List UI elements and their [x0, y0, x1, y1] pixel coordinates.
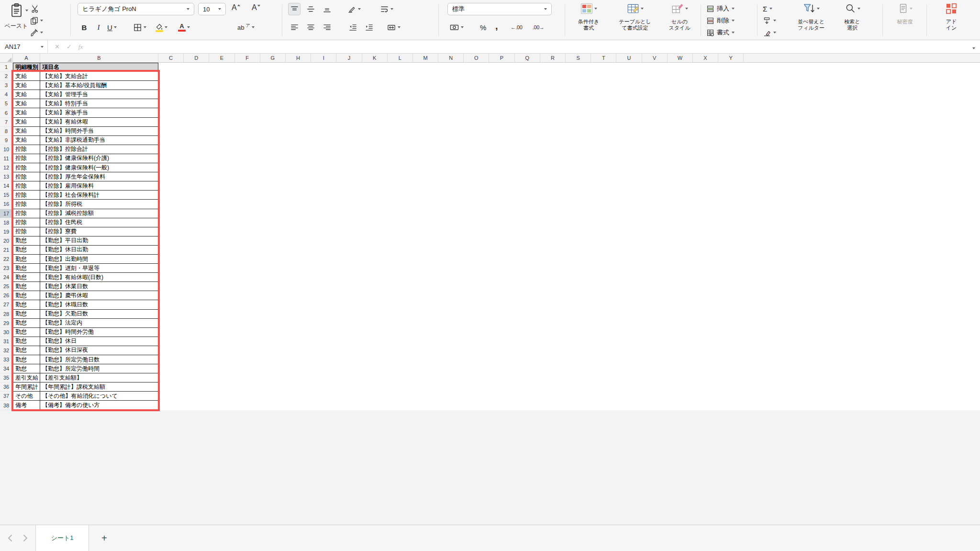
align-bottom-button[interactable]: [321, 3, 333, 15]
cell-B4[interactable]: 【支給】管理手当: [40, 90, 158, 99]
prev-sheet-arrow-icon[interactable]: [8, 534, 12, 542]
increase-decimal-button[interactable]: ←.00: [511, 22, 522, 33]
cell-B10[interactable]: 【控除】控除合計: [40, 145, 158, 154]
cell-A32[interactable]: 勤怠: [13, 346, 40, 355]
column-header-Y[interactable]: Y: [718, 54, 744, 62]
font-size-combo[interactable]: 10: [198, 3, 226, 15]
merge-center-button[interactable]: [386, 22, 401, 33]
cell-B1[interactable]: 項目名: [40, 63, 158, 72]
name-box[interactable]: AN17: [0, 40, 48, 54]
row-header-24[interactable]: 24: [0, 273, 13, 282]
decrease-indent-button[interactable]: [346, 21, 359, 34]
cell-B31[interactable]: 【勤怠】休日: [40, 337, 158, 346]
cell-A34[interactable]: 勤怠: [13, 364, 40, 373]
column-header-O[interactable]: O: [464, 54, 489, 62]
cell-B13[interactable]: 【控除】厚生年金保険料: [40, 172, 158, 181]
column-header-V[interactable]: V: [642, 54, 668, 62]
row-header-23[interactable]: 23: [0, 264, 13, 273]
row-header-2[interactable]: 2: [0, 72, 13, 81]
row-header-34[interactable]: 34: [0, 364, 13, 373]
cell-A21[interactable]: 勤怠: [13, 246, 40, 255]
cell-A30[interactable]: 勤怠: [13, 328, 40, 337]
row-header-10[interactable]: 10: [0, 145, 13, 154]
row-header-16[interactable]: 16: [0, 200, 13, 209]
column-header-E[interactable]: E: [209, 54, 234, 62]
phonetic-guide-button[interactable]: ab ア: [236, 22, 256, 33]
align-middle-button[interactable]: [304, 3, 317, 15]
cell-A1[interactable]: 明細種別: [13, 63, 40, 72]
cell-A38[interactable]: 備考: [13, 401, 40, 410]
cell-B36[interactable]: 【年間累計】課税支給額: [40, 382, 158, 392]
cell-B38[interactable]: 【備考】備考の使い方: [40, 401, 158, 410]
cell-A22[interactable]: 勤怠: [13, 255, 40, 264]
cell-B19[interactable]: 【控除】寮費: [40, 227, 158, 236]
cell-A14[interactable]: 控除: [13, 181, 40, 191]
cell-A2[interactable]: 支給: [13, 72, 40, 81]
cell-A5[interactable]: 支給: [13, 99, 40, 108]
autosum-button[interactable]: Σ: [763, 3, 772, 14]
row-header-32[interactable]: 32: [0, 346, 13, 355]
column-header-W[interactable]: W: [668, 54, 693, 62]
cell-B3[interactable]: 【支給】基本給/役員報酬: [40, 81, 158, 90]
cell-B34[interactable]: 【勤怠】所定労働時間: [40, 364, 158, 373]
underline-button[interactable]: U: [106, 22, 118, 33]
column-header-F[interactable]: F: [235, 54, 260, 62]
font-color-button[interactable]: A: [178, 21, 190, 34]
cell-B8[interactable]: 【支給】時間外手当: [40, 127, 158, 136]
cell-A11[interactable]: 控除: [13, 154, 40, 163]
delete-cells-button[interactable]: 削除: [706, 15, 735, 26]
column-header-T[interactable]: T: [591, 54, 616, 62]
row-header-30[interactable]: 30: [0, 328, 13, 337]
sensitivity-button[interactable]: 秘密度: [885, 1, 924, 39]
row-header-22[interactable]: 22: [0, 255, 13, 264]
font-name-combo[interactable]: ヒラギノ角ゴ ProN: [78, 3, 194, 15]
cell-B26[interactable]: 【勤怠】慶弔休暇: [40, 291, 158, 300]
orientation-button[interactable]: [346, 3, 362, 15]
cell-A17[interactable]: 控除: [13, 209, 40, 218]
column-header-S[interactable]: S: [566, 54, 591, 62]
column-header-B[interactable]: B: [40, 54, 158, 62]
column-header-N[interactable]: N: [438, 54, 464, 62]
cell-B6[interactable]: 【支給】家族手当: [40, 108, 158, 117]
column-header-L[interactable]: L: [388, 54, 413, 62]
cell-A10[interactable]: 控除: [13, 145, 40, 154]
cell-B20[interactable]: 【勤怠】平日出勤: [40, 236, 158, 246]
cell-A24[interactable]: 勤怠: [13, 273, 40, 282]
cell-A29[interactable]: 勤怠: [13, 319, 40, 328]
column-header-H[interactable]: H: [286, 54, 311, 62]
expand-formula-bar-button[interactable]: [968, 43, 980, 51]
italic-button[interactable]: I: [93, 22, 104, 33]
cell-A26[interactable]: 勤怠: [13, 291, 40, 300]
cancel-button[interactable]: ✕: [55, 43, 60, 50]
currency-format-button[interactable]: [448, 22, 465, 33]
cell-A12[interactable]: 控除: [13, 163, 40, 172]
comma-style-button[interactable]: ,: [495, 20, 498, 32]
row-header-36[interactable]: 36: [0, 382, 13, 392]
copy-button[interactable]: [29, 15, 44, 26]
cell-A36[interactable]: 年間累計: [13, 382, 40, 392]
row-header-9[interactable]: 9: [0, 136, 13, 145]
row-header-11[interactable]: 11: [0, 154, 13, 163]
cell-B22[interactable]: 【勤怠】出勤時間: [40, 255, 158, 264]
row-header-37[interactable]: 37: [0, 392, 13, 401]
sort-filter-button[interactable]: 並べ替えと フィルター: [790, 1, 833, 39]
cell-A20[interactable]: 勤怠: [13, 236, 40, 246]
column-header-U[interactable]: U: [616, 54, 642, 62]
column-header-C[interactable]: C: [158, 54, 184, 62]
format-painter-button[interactable]: [29, 27, 44, 38]
cell-B25[interactable]: 【勤怠】休業日数: [40, 282, 158, 291]
cell-B21[interactable]: 【勤怠】休日出勤: [40, 246, 158, 255]
column-header-K[interactable]: K: [362, 54, 388, 62]
wrap-text-button[interactable]: [379, 3, 394, 15]
cell-A25[interactable]: 勤怠: [13, 282, 40, 291]
align-left-button[interactable]: [288, 21, 301, 34]
row-header-27[interactable]: 27: [0, 300, 13, 309]
row-header-19[interactable]: 19: [0, 227, 13, 236]
cell-A15[interactable]: 控除: [13, 191, 40, 200]
row-header-13[interactable]: 13: [0, 172, 13, 181]
row-header-28[interactable]: 28: [0, 310, 13, 319]
row-header-20[interactable]: 20: [0, 236, 13, 246]
enter-button[interactable]: ✓: [67, 43, 72, 50]
cell-B14[interactable]: 【控除】雇用保険料: [40, 181, 158, 191]
row-header-15[interactable]: 15: [0, 191, 13, 200]
